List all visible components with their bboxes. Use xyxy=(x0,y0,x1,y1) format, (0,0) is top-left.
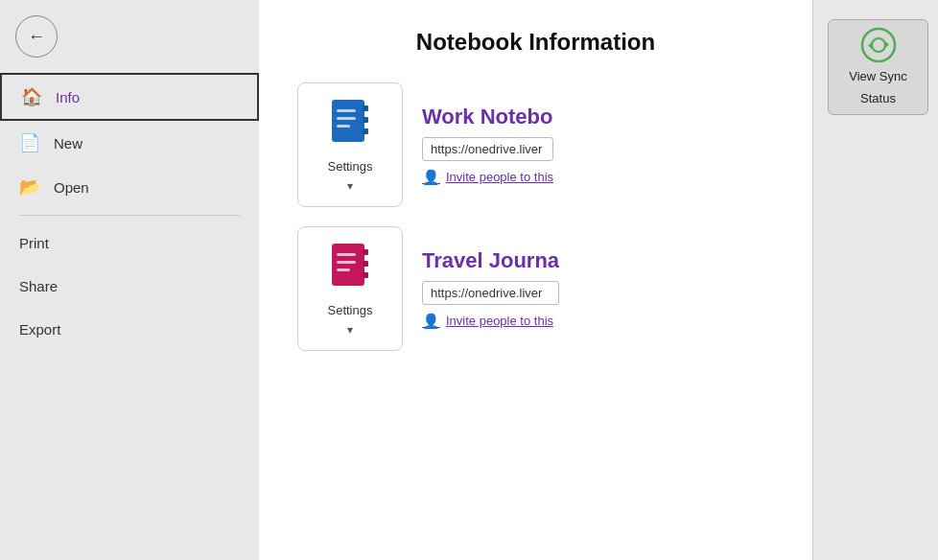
sidebar-item-share-label: Share xyxy=(19,278,58,294)
notebook-item-travel: Settings ▾ Travel Journa https://onedriv… xyxy=(297,226,774,351)
new-icon: 📄 xyxy=(19,132,40,153)
notebook-invite-travel[interactable]: 👤 Invite people to this xyxy=(422,313,559,330)
notebook-card-travel-label: Settings xyxy=(328,303,373,317)
notebook-invite-work[interactable]: 👤 Invite people to this xyxy=(422,169,553,186)
page-title: Notebook Information xyxy=(297,29,774,56)
sidebar-item-new[interactable]: 📄 New xyxy=(0,121,259,165)
notebook-card-work-label: Settings xyxy=(328,159,373,174)
sidebar: ← 🏠 Info 📄 New 📂 Open Print Share Export xyxy=(0,0,259,560)
sidebar-item-print-label: Print xyxy=(19,235,49,251)
view-sync-status-button[interactable]: View Sync Status xyxy=(828,19,928,115)
notebook-icon-travel xyxy=(330,242,370,297)
svg-rect-4 xyxy=(337,109,356,112)
right-panel: View Sync Status xyxy=(813,0,938,560)
home-icon: 🏠 xyxy=(21,86,42,107)
view-sync-line2: Status xyxy=(860,91,896,107)
sidebar-item-share[interactable]: Share xyxy=(0,265,259,308)
notebook-name-travel: Travel Journa xyxy=(422,248,559,273)
svg-marker-16 xyxy=(868,42,872,49)
main-content: Notebook Information Settings ▾ xyxy=(259,0,812,560)
view-sync-line1: View Sync xyxy=(849,69,906,85)
svg-rect-11 xyxy=(337,253,356,256)
notebook-invite-work-label: Invite people to this xyxy=(446,170,553,184)
svg-marker-15 xyxy=(885,41,889,48)
notebook-card-travel[interactable]: Settings ▾ xyxy=(297,226,403,351)
person-icon-work: 👤 xyxy=(422,169,440,186)
back-button[interactable]: ← xyxy=(15,15,58,58)
person-icon-travel: 👤 xyxy=(422,313,440,330)
svg-rect-1 xyxy=(363,105,368,111)
notebook-card-travel-chevron: ▾ xyxy=(347,323,353,337)
svg-rect-8 xyxy=(363,249,368,255)
svg-rect-0 xyxy=(332,100,364,142)
sidebar-item-export[interactable]: Export xyxy=(0,308,259,351)
notebook-card-work[interactable]: Settings ▾ xyxy=(297,82,403,207)
notebook-invite-travel-label: Invite people to this xyxy=(446,314,553,328)
sidebar-divider xyxy=(19,215,240,216)
sidebar-item-export-label: Export xyxy=(19,321,60,338)
svg-rect-10 xyxy=(363,272,368,278)
svg-rect-3 xyxy=(363,128,368,134)
sidebar-item-info-label: Info xyxy=(56,89,80,105)
notebook-list: Settings ▾ Work Notebo https://onedrive.… xyxy=(297,82,774,351)
sync-icon xyxy=(860,27,897,63)
sidebar-item-new-label: New xyxy=(54,135,82,152)
sidebar-item-info[interactable]: 🏠 Info xyxy=(0,73,259,121)
svg-rect-6 xyxy=(337,125,350,128)
svg-rect-9 xyxy=(363,261,368,267)
svg-rect-13 xyxy=(337,268,350,271)
svg-rect-2 xyxy=(363,117,368,123)
notebook-url-travel[interactable]: https://onedrive.liver xyxy=(422,281,559,305)
svg-point-14 xyxy=(862,29,895,61)
notebook-item-work: Settings ▾ Work Notebo https://onedrive.… xyxy=(297,82,774,207)
sidebar-item-open[interactable]: 📂 Open xyxy=(0,165,259,209)
notebook-info-work: Work Notebo https://onedrive.liver 👤 Inv… xyxy=(422,105,553,186)
notebook-card-work-chevron: ▾ xyxy=(347,179,353,193)
sidebar-item-open-label: Open xyxy=(54,179,89,196)
open-icon: 📂 xyxy=(19,176,40,198)
svg-rect-12 xyxy=(337,261,356,264)
sidebar-item-print[interactable]: Print xyxy=(0,222,259,265)
notebook-icon-work xyxy=(330,98,370,153)
notebook-url-work[interactable]: https://onedrive.liver xyxy=(422,137,553,161)
notebook-info-travel: Travel Journa https://onedrive.liver 👤 I… xyxy=(422,248,559,330)
svg-rect-5 xyxy=(337,117,356,120)
svg-rect-7 xyxy=(332,244,364,286)
notebook-name-work: Work Notebo xyxy=(422,105,553,129)
